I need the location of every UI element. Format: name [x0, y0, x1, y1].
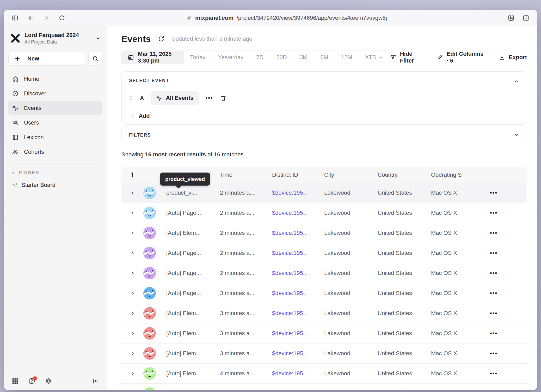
- collapse-sidebar-icon[interactable]: [92, 377, 99, 385]
- results-summary: Showing 16 most recent results of 16 mat…: [121, 151, 527, 158]
- range-xtd[interactable]: XTD: [359, 51, 390, 64]
- export-button[interactable]: Export: [499, 54, 527, 61]
- new-button[interactable]: New: [8, 52, 85, 66]
- cell-event-name: [Auto] Page...: [160, 270, 214, 277]
- all-events-chip[interactable]: All Events: [151, 91, 199, 105]
- row-more-button[interactable]: •••: [474, 250, 527, 256]
- cell-city: Lakewood: [318, 370, 371, 377]
- help-icon[interactable]: [28, 377, 35, 385]
- cell-distinct-id[interactable]: $device:195...: [266, 310, 318, 317]
- row-more-button[interactable]: •••: [474, 310, 527, 317]
- address-bar[interactable]: mixpanel.com/project/3472420/view/397469…: [73, 15, 499, 21]
- add-event-button[interactable]: Add: [129, 113, 150, 119]
- table-row[interactable]: [Auto] Page... 3 minutes a... $device:19…: [121, 283, 527, 303]
- range-today[interactable]: Today: [184, 51, 212, 64]
- range-6m[interactable]: 6M: [314, 51, 335, 64]
- range-7d[interactable]: 7D: [250, 51, 270, 64]
- cell-distinct-id[interactable]: $device:195...: [266, 250, 318, 256]
- row-expand-chevron[interactable]: [121, 211, 143, 216]
- row-expand-chevron[interactable]: [121, 271, 143, 276]
- table-row[interactable]: [Auto] Elem... 4 minutes a... $device:19…: [121, 364, 527, 384]
- range-3m[interactable]: 3M: [293, 51, 314, 64]
- cell-distinct-id[interactable]: $device:195...: [266, 189, 318, 196]
- row-expand-chevron[interactable]: [121, 251, 143, 256]
- event-avatar-icon: [143, 367, 156, 380]
- table-row[interactable]: [Auto] Elem... 3 minutes a... $device:19…: [121, 344, 527, 364]
- table-row[interactable]: [121, 384, 527, 390]
- table-row[interactable]: [Auto] Elem... 3 minutes a... $device:19…: [121, 323, 527, 344]
- apps-grid-icon[interactable]: [11, 377, 19, 385]
- row-more-button[interactable]: •••: [474, 290, 527, 297]
- row-expand-chevron[interactable]: [121, 371, 143, 376]
- row-expand-chevron[interactable]: [121, 291, 143, 296]
- cell-city: Lakewood: [318, 270, 371, 277]
- table-row[interactable]: [Auto] Elem... 3 minutes a... $device:19…: [121, 303, 527, 323]
- chevron-up-icon[interactable]: [514, 78, 519, 84]
- table-row[interactable]: product_vi... 2 minutes a... $device:195…: [121, 183, 527, 203]
- cell-os: Mac OS X: [425, 370, 474, 377]
- row-more-button[interactable]: •••: [474, 230, 527, 236]
- cell-distinct-id[interactable]: $device:195...: [266, 370, 318, 377]
- sidebar-toggle-icon[interactable]: [11, 14, 19, 22]
- row-expand-chevron[interactable]: [121, 311, 143, 316]
- row-more-button[interactable]: •••: [474, 189, 527, 196]
- edit-columns-button[interactable]: Edit Columns · 6: [437, 51, 487, 64]
- table-row[interactable]: [Auto] Page... 2 minutes a... $device:19…: [121, 263, 527, 283]
- drag-handle-icon[interactable]: [129, 95, 133, 101]
- sidebar-item-home[interactable]: Home: [8, 72, 102, 86]
- cell-distinct-id[interactable]: $device:195...: [266, 230, 318, 236]
- trash-icon[interactable]: [220, 95, 227, 101]
- column-header-city[interactable]: City: [318, 172, 371, 178]
- table-row[interactable]: [Auto] Page... 2 minutes a... $device:19…: [121, 243, 527, 263]
- event-more-button[interactable]: •••: [206, 95, 213, 101]
- forward-button-icon[interactable]: [42, 14, 50, 22]
- date-picker-button[interactable]: Mar 11, 2025 3:30 pm: [122, 51, 184, 64]
- row-more-button[interactable]: •••: [474, 330, 527, 337]
- cell-distinct-id[interactable]: $device:195...: [266, 290, 318, 297]
- row-more-button[interactable]: •••: [474, 350, 527, 357]
- row-more-button[interactable]: •••: [474, 370, 527, 377]
- row-expand-chevron[interactable]: [121, 191, 143, 195]
- cell-distinct-id[interactable]: $device:195...: [266, 210, 318, 216]
- row-expand-chevron[interactable]: [121, 331, 143, 336]
- pinned-section-header[interactable]: PINNED: [11, 170, 102, 175]
- settings-gear-icon[interactable]: [45, 377, 52, 385]
- row-expand-chevron[interactable]: [121, 231, 143, 236]
- sidebar-item-discover[interactable]: Discover: [8, 87, 102, 101]
- collapse-rows-icon[interactable]: [121, 172, 143, 178]
- back-button-icon[interactable]: [27, 14, 34, 22]
- project-name: Lord Farquaad 2024: [24, 32, 91, 39]
- column-header-os[interactable]: Operating S: [425, 172, 474, 178]
- cell-distinct-id[interactable]: $device:195...: [266, 330, 318, 337]
- reload-button-icon[interactable]: [58, 14, 66, 22]
- sidebar-item-users[interactable]: Users: [8, 116, 102, 130]
- row-more-button[interactable]: •••: [474, 210, 527, 216]
- date-label: Mar 11, 2025 3:30 pm: [138, 51, 178, 64]
- table-row[interactable]: [Auto] Page... 2 minutes a... $device:19…: [121, 203, 527, 223]
- chevron-down-icon: [11, 170, 16, 175]
- search-button[interactable]: [88, 52, 102, 66]
- cell-distinct-id[interactable]: $device:195...: [266, 270, 318, 277]
- column-header-time[interactable]: Time: [214, 172, 266, 178]
- sidebar-item-cohorts[interactable]: Cohorts: [8, 145, 102, 159]
- sidebar-item-label: Home: [24, 76, 39, 82]
- hide-filter-button[interactable]: Hide Filter: [390, 51, 425, 64]
- chevron-down-icon[interactable]: [514, 132, 519, 138]
- page-settings-icon[interactable]: [507, 14, 515, 22]
- column-header-distinct-id[interactable]: Distinct ID: [266, 172, 318, 178]
- sidebar-item-events[interactable]: Events: [8, 101, 102, 115]
- split-view-icon[interactable]: [522, 14, 530, 22]
- column-header-country[interactable]: Country: [371, 172, 425, 178]
- project-switcher[interactable]: Lord Farquaad 2024 All Project Data: [8, 32, 102, 45]
- range-yesterday[interactable]: Yesterday: [212, 51, 250, 64]
- sidebar: Lord Farquaad 2024 All Project Data New: [4, 26, 107, 390]
- row-more-button[interactable]: •••: [474, 270, 527, 277]
- range-12m[interactable]: 12M: [335, 51, 359, 64]
- range-30d[interactable]: 30D: [270, 51, 293, 64]
- cell-distinct-id[interactable]: $device:195...: [266, 350, 318, 357]
- sidebar-item-lexicon[interactable]: Lexicon: [8, 130, 102, 144]
- refresh-icon[interactable]: [158, 35, 165, 42]
- row-expand-chevron[interactable]: [121, 351, 143, 356]
- table-row[interactable]: [Auto] Elem... 2 minutes a... $device:19…: [121, 223, 527, 243]
- sidebar-item-starter-board[interactable]: Starter Board: [8, 182, 102, 188]
